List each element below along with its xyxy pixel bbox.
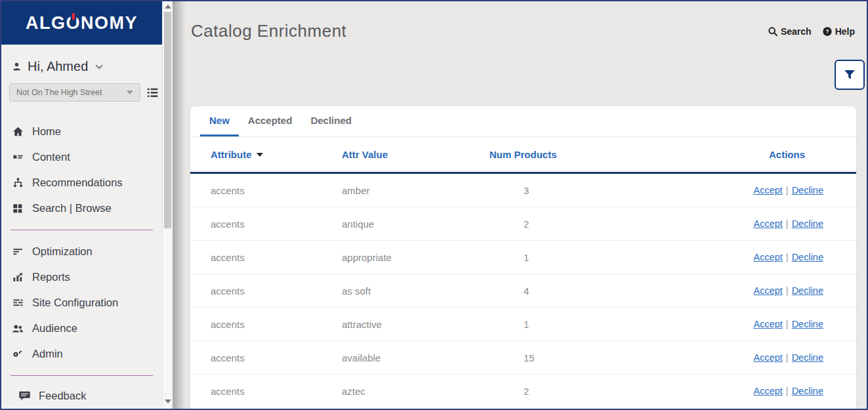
actions-cell: Accept|Decline bbox=[650, 352, 823, 363]
attr-value-cell: antique bbox=[342, 218, 489, 230]
num-products-cell: 15 bbox=[489, 352, 650, 363]
scroll-down-arrow-icon[interactable] bbox=[165, 400, 171, 403]
attribute-cell: accents bbox=[211, 185, 342, 196]
table-body: accents amber 3 Accept|Decline accents a… bbox=[190, 174, 856, 408]
actions-cell: Accept|Decline bbox=[650, 319, 823, 329]
accept-link[interactable]: Accept bbox=[754, 218, 783, 229]
sidebar-item-recommendations[interactable]: Recommendations bbox=[1, 170, 162, 195]
accept-link[interactable]: Accept bbox=[754, 285, 783, 296]
audience-icon bbox=[12, 323, 24, 334]
sidebar-divider bbox=[10, 230, 153, 230]
accept-link[interactable]: Accept bbox=[754, 386, 783, 396]
decline-link[interactable]: Decline bbox=[792, 319, 823, 329]
attr-value-cell: amber bbox=[342, 185, 489, 196]
num-products-cell: 1 bbox=[489, 252, 650, 263]
admin-icon bbox=[12, 348, 24, 359]
sidebar-item-label: Site Configuration bbox=[32, 297, 118, 309]
actions-cell: Accept|Decline bbox=[650, 185, 823, 195]
column-header-actions: Actions bbox=[650, 149, 823, 160]
search-button[interactable]: Search bbox=[768, 26, 812, 37]
svg-text:?: ? bbox=[825, 28, 829, 35]
sidebar-scrollbar-thumb[interactable] bbox=[164, 12, 171, 228]
sidebar-item-label: Audience bbox=[32, 322, 77, 335]
column-header-attr-value: Attr Value bbox=[342, 149, 489, 160]
help-icon: ? bbox=[822, 26, 833, 37]
catalog-table-card: New Accepted Declined Attribute Attr Val… bbox=[190, 106, 856, 409]
sidebar-item-label: Search | Browse bbox=[32, 202, 112, 215]
tab-bar: New Accepted Declined bbox=[190, 106, 856, 137]
search-browse-icon bbox=[12, 203, 24, 214]
table-row: accents amber 3 Accept|Decline bbox=[190, 174, 856, 207]
app-window: ALGONOMY Hi, Ahmed Not On The High Stree… bbox=[0, 0, 868, 410]
attr-value-cell: attractive bbox=[342, 319, 489, 330]
attr-value-cell: appropriate bbox=[342, 252, 489, 263]
table-row: accents antique 2 Accept|Decline bbox=[190, 207, 856, 241]
help-button[interactable]: ? Help bbox=[822, 26, 855, 37]
logo-text-post: NOMY bbox=[81, 13, 138, 33]
action-separator: | bbox=[786, 386, 789, 396]
algonomy-logo: ALGONOMY bbox=[1, 1, 162, 45]
attribute-cell: accents bbox=[211, 252, 342, 263]
sort-caret-icon bbox=[257, 153, 263, 157]
logo-text-pre: ALG bbox=[26, 13, 66, 33]
decline-link[interactable]: Decline bbox=[792, 185, 823, 195]
site-selector[interactable]: Not On The High Street bbox=[9, 83, 140, 102]
sidebar-item-label: Recommendations bbox=[32, 176, 123, 189]
attribute-cell: accents bbox=[211, 218, 342, 230]
actions-cell: Accept|Decline bbox=[650, 252, 823, 262]
sidebar-item-label: Admin bbox=[32, 348, 63, 360]
table-header-row: Attribute Attr Value Num Products Action… bbox=[190, 137, 856, 174]
column-header-num-products: Num Products bbox=[489, 149, 650, 160]
action-separator: | bbox=[786, 185, 789, 195]
decline-link[interactable]: Decline bbox=[792, 252, 823, 262]
optimization-icon bbox=[12, 246, 24, 257]
filter-button[interactable] bbox=[835, 60, 865, 90]
tab-new[interactable]: New bbox=[200, 106, 239, 136]
sidebar-item-optimization[interactable]: Optimization bbox=[1, 239, 162, 264]
sidebar-item-admin[interactable]: Admin bbox=[1, 341, 162, 367]
scroll-up-arrow-icon[interactable] bbox=[165, 5, 171, 9]
table-row: accents attractive 1 Accept|Decline bbox=[190, 308, 856, 341]
accept-link[interactable]: Accept bbox=[754, 319, 783, 329]
sidebar-item-label: Reports bbox=[32, 271, 70, 283]
attribute-cell: accents bbox=[211, 285, 342, 297]
table-row: accents as soft 4 Accept|Decline bbox=[190, 274, 856, 308]
decline-link[interactable]: Decline bbox=[792, 352, 823, 363]
filter-icon bbox=[843, 68, 856, 81]
sidebar-item-audience[interactable]: Audience bbox=[1, 316, 162, 341]
sidebar-item-search-browse[interactable]: Search | Browse bbox=[1, 195, 162, 221]
table-row: accents appropriate 1 Accept|Decline bbox=[190, 241, 856, 274]
decline-link[interactable]: Decline bbox=[792, 386, 823, 396]
greeting-text: Hi, Ahmed bbox=[28, 59, 88, 74]
user-menu[interactable]: Hi, Ahmed bbox=[1, 45, 162, 82]
accept-link[interactable]: Accept bbox=[754, 352, 783, 363]
sidebar-item-label: Home bbox=[32, 125, 61, 138]
sidebar-item-feedback[interactable]: Feedback bbox=[1, 384, 162, 407]
attribute-cell: accents bbox=[211, 319, 342, 330]
recommendations-icon bbox=[12, 177, 24, 188]
decline-link[interactable]: Decline bbox=[792, 218, 823, 229]
page-title: Catalog Enrichment bbox=[191, 21, 346, 41]
main-content: Catalog Enrichment Search ? Help bbox=[173, 1, 867, 409]
sidebar-item-reports[interactable]: Reports bbox=[1, 264, 162, 290]
sidebar-scrollbar[interactable] bbox=[162, 1, 173, 409]
num-products-cell: 2 bbox=[489, 218, 650, 230]
reports-icon bbox=[12, 272, 24, 283]
tab-accepted[interactable]: Accepted bbox=[239, 106, 302, 136]
attr-value-cell: available bbox=[342, 352, 489, 363]
help-label: Help bbox=[835, 26, 855, 37]
search-label: Search bbox=[781, 26, 812, 37]
column-header-attribute[interactable]: Attribute bbox=[211, 149, 342, 160]
action-separator: | bbox=[786, 352, 789, 363]
site-list-icon[interactable] bbox=[147, 88, 158, 98]
sidebar-item-site-configuration[interactable]: Site Configuration bbox=[1, 290, 162, 316]
decline-link[interactable]: Decline bbox=[792, 285, 823, 296]
accept-link[interactable]: Accept bbox=[754, 185, 783, 195]
sidebar-item-label: Content bbox=[32, 151, 70, 163]
actions-cell: Accept|Decline bbox=[650, 285, 823, 296]
tab-declined[interactable]: Declined bbox=[301, 106, 361, 136]
sidebar-item-home[interactable]: Home bbox=[1, 119, 162, 144]
accept-link[interactable]: Accept bbox=[754, 252, 783, 262]
sidebar-item-content[interactable]: Content bbox=[1, 144, 162, 170]
logo-power-o-icon: O bbox=[66, 13, 81, 33]
